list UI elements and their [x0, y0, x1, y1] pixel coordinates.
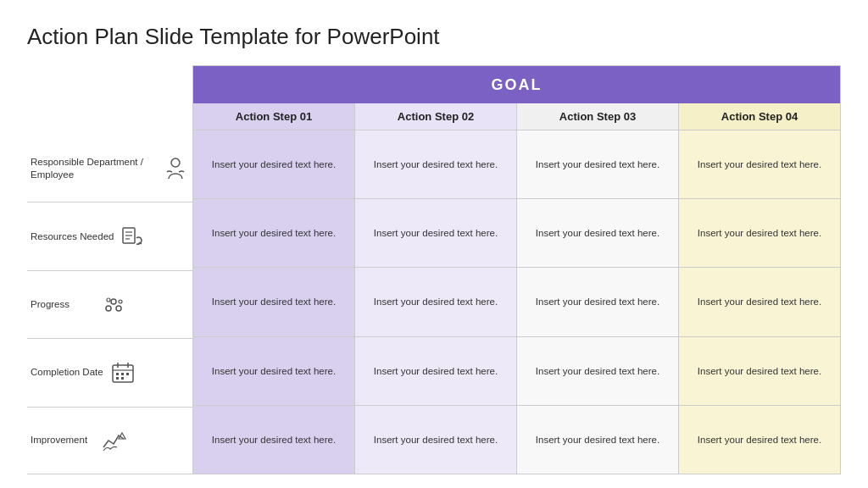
cell-r4-c2[interactable]: Insert your desired text here. [517, 406, 679, 474]
cell-r3-c2[interactable]: Insert your desired text here. [517, 337, 679, 405]
left-labels: Responsible Department / EmployeeResourc… [27, 65, 192, 474]
data-row-2: Insert your desired text here.Insert you… [193, 268, 840, 336]
left-row-1: Resources Needed [27, 202, 192, 270]
cell-r3-c0[interactable]: Insert your desired text here. [193, 337, 355, 405]
left-header-spacer [27, 65, 192, 135]
cell-r2-c3[interactable]: Insert your desired text here. [679, 268, 840, 336]
cell-r1-c1[interactable]: Insert your desired text here. [355, 199, 517, 267]
row-icon-improvement [97, 424, 130, 457]
col-header-col4: Action Step 04 [679, 103, 840, 130]
row-label-2: Progress [31, 298, 94, 311]
cell-r1-c2[interactable]: Insert your desired text here. [517, 199, 679, 267]
cell-r2-c2[interactable]: Insert your desired text here. [517, 268, 679, 336]
cell-r3-c1[interactable]: Insert your desired text here. [355, 337, 517, 405]
data-row-4: Insert your desired text here.Insert you… [193, 406, 840, 474]
cell-r2-c0[interactable]: Insert your desired text here. [193, 268, 355, 336]
row-icon-person [162, 152, 189, 185]
cell-r1-c3[interactable]: Insert your desired text here. [679, 199, 840, 267]
row-icon-progress [97, 289, 130, 321]
row-label-3: Completion Date [31, 366, 103, 379]
col-header-col2: Action Step 02 [355, 103, 517, 130]
row-label-4: Improvement [31, 434, 94, 446]
cell-r4-c0[interactable]: Insert your desired text here. [193, 406, 355, 474]
data-row-3: Insert your desired text here.Insert you… [193, 337, 840, 406]
cell-r0-c1[interactable]: Insert your desired text here. [355, 130, 517, 198]
cell-r1-c0[interactable]: Insert your desired text here. [193, 199, 355, 267]
cell-r4-c1[interactable]: Insert your desired text here. [355, 406, 517, 474]
data-rows: Insert your desired text here.Insert you… [193, 130, 840, 474]
data-row-0: Insert your desired text here.Insert you… [193, 130, 840, 199]
cell-r3-c3[interactable]: Insert your desired text here. [679, 337, 840, 405]
slide-title: Action Plan Slide Template for PowerPoin… [27, 24, 841, 50]
data-row-1: Insert your desired text here.Insert you… [193, 199, 840, 268]
cell-r2-c1[interactable]: Insert your desired text here. [355, 268, 517, 336]
cell-r0-c0[interactable]: Insert your desired text here. [193, 130, 355, 198]
header-row: Action Step 01Action Step 02Action Step … [193, 103, 840, 130]
content-area: Responsible Department / EmployeeResourc… [27, 65, 841, 474]
table-area: GOAL Action Step 01Action Step 02Action … [192, 65, 841, 474]
slide: Action Plan Slide Template for PowerPoin… [0, 0, 868, 488]
row-label-1: Resources Needed [31, 230, 114, 243]
cell-r4-c3[interactable]: Insert your desired text here. [679, 406, 840, 474]
cell-r0-c2[interactable]: Insert your desired text here. [517, 130, 679, 198]
row-label-0: Responsible Department / Employee [31, 156, 159, 181]
col-header-col3: Action Step 03 [517, 103, 679, 130]
left-row-4: Improvement [27, 408, 192, 474]
left-row-2: Progress [27, 271, 192, 339]
cell-r0-c3[interactable]: Insert your desired text here. [679, 130, 840, 198]
left-row-3: Completion Date [27, 339, 192, 407]
col-header-col1: Action Step 01 [193, 103, 355, 130]
goal-row: GOAL [193, 66, 840, 103]
row-icon-calendar [107, 357, 139, 389]
left-row-0: Responsible Department / Employee [27, 135, 192, 202]
goal-label: GOAL [492, 76, 542, 94]
row-icon-resources [117, 220, 149, 252]
